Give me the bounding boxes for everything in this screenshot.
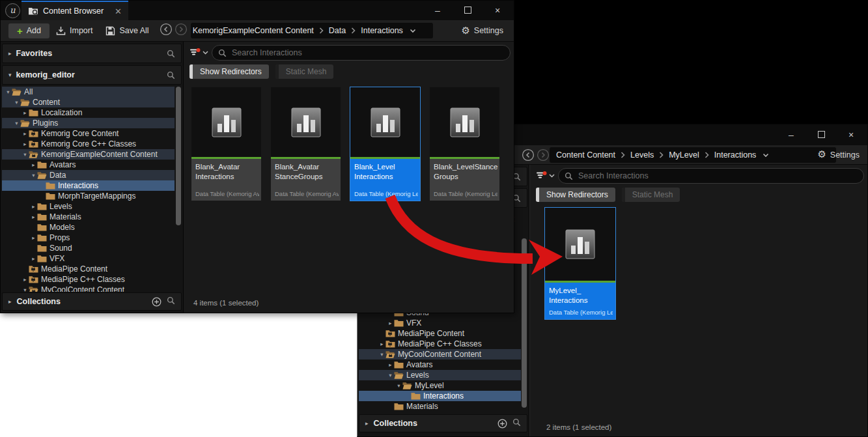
tree-item-data[interactable]: ▾Data [2,170,175,180]
path-dropdown-icon[interactable] [763,153,769,158]
expand-arrow-icon[interactable]: ▸ [387,361,394,368]
asset-tile-blank-avatarinteractions[interactable]: Blank_AvatarInteractionsData Table (Kemo… [191,87,261,201]
tree-item-plugins[interactable]: ▾Plugins [2,118,175,128]
expand-arrow-icon[interactable]: ▾ [21,151,29,158]
search-icon[interactable] [167,49,175,58]
expand-arrow-icon[interactable]: ▾ [387,372,394,378]
search-icon[interactable] [512,417,521,429]
tree-item-localization[interactable]: ▸Localization [2,107,175,118]
add-button[interactable]: + Add [8,23,49,38]
breadcrumb-segment-kemorigexamplecontent-content[interactable]: KemorigExampleContent Content [193,26,314,35]
filter-chip-show-redirectors[interactable]: Show Redirectors [536,188,615,202]
minimize-button[interactable]: – [423,5,453,16]
scrollbar-thumb[interactable] [176,87,181,225]
tree-item-mediapipe-c-classes[interactable]: ▸MediaPipe C++ Classes [359,339,521,349]
breadcrumb-segment-interactions[interactable]: Interactions [361,26,403,35]
expand-arrow-icon[interactable]: ▾ [378,351,385,358]
breadcrumb-segment-interactions[interactable]: Interactions [714,150,757,160]
tree-item-sound[interactable]: Sound [2,243,175,253]
expand-arrow-icon[interactable]: ▾ [5,89,12,95]
expand-arrow-icon[interactable]: ▾ [395,382,402,389]
tree-item-mediapipe-c-classes[interactable]: ▸MediaPipe C++ Classes [2,274,175,285]
collapse-arrow-icon[interactable]: ▾ [8,72,12,78]
settings-button[interactable]: ⚙ Settings [461,26,506,36]
settings-button[interactable]: ⚙ Settings [817,150,860,160]
expand-arrow-icon[interactable]: ▸ [8,50,12,57]
tree-item-kemorigexamplecontent-content[interactable]: ▾KemorigExampleContent Content [2,149,175,160]
close-button[interactable]: × [483,5,512,16]
tree-item-interactions[interactable]: Interactions [359,391,521,401]
back-button[interactable] [522,148,535,164]
tab-close-icon[interactable]: ✕ [115,7,122,16]
search-icon[interactable] [167,296,175,307]
tree-item-interactions[interactable]: Interactions [2,180,175,191]
source-header[interactable]: ▾ kemorig_editor [2,65,182,85]
tree-item-mediapipe-content[interactable]: MediaPipe Content [2,264,175,274]
tree-item-all[interactable]: ▾All [2,87,175,97]
add-collection-button[interactable] [497,419,507,429]
minimize-button[interactable]: – [776,130,806,140]
search-field[interactable] [212,45,511,61]
tree-item-materials[interactable]: Materials [359,401,521,412]
expand-arrow-icon[interactable]: ▸ [30,203,37,210]
import-button[interactable]: Import [49,23,99,38]
tree-item-mycoolcontent-content[interactable]: ▾MyCoolContent Content [359,349,521,359]
maximize-button[interactable] [806,130,836,140]
tree-item-materials[interactable]: ▸Materials [2,212,175,222]
filter-chip-static-mesh[interactable]: Static Mesh [622,188,680,202]
tree-item-mediapipe-content[interactable]: MediaPipe Content [359,328,521,339]
expand-arrow-icon[interactable]: ▸ [21,141,29,147]
collections-header[interactable]: ▸ Collections [359,414,527,432]
breadcrumb-segment-content-content[interactable]: Content Content [556,150,615,160]
tree-item-vfx[interactable]: ▸VFX [2,253,175,264]
close-button[interactable]: × [836,130,866,140]
expand-arrow-icon[interactable]: ▸ [30,255,37,262]
breadcrumb-segment-mylevel[interactable]: MyLevel [669,150,699,160]
forward-button[interactable] [537,148,550,164]
expand-arrow-icon[interactable]: ▸ [365,420,369,427]
titlebar[interactable]: u Content Browser ✕ – × [1,1,514,20]
expand-arrow-icon[interactable]: ▸ [21,276,29,283]
filter-button[interactable] [536,171,555,180]
search-icon[interactable] [167,71,175,79]
tree-item-morphtargetmappings[interactable]: MorphTargetMappings [2,191,175,201]
expand-arrow-icon[interactable]: ▸ [30,214,37,220]
expand-arrow-icon[interactable]: ▾ [30,172,37,178]
expand-arrow-icon[interactable]: ▸ [21,109,29,116]
breadcrumb-segment-data[interactable]: Data [329,26,346,35]
collections-header[interactable]: ▸ Collections [2,292,182,311]
asset-tile-blank-avatarstancegroups[interactable]: Blank_AvatarStanceGroupsData Table (Kemo… [271,87,341,201]
asset-tile-blank-levelinteractions[interactable]: Blank_LevelInteractionsData Table (Kemor… [350,87,420,201]
path-dropdown-icon[interactable] [410,29,416,33]
scrollbar-thumb[interactable] [522,238,527,408]
search-input[interactable] [577,171,858,181]
asset-tile-mylevel-interactions[interactable]: MyLevel_InteractionsData Table (Kemorig … [545,208,615,319]
expand-arrow-icon[interactable]: ▸ [8,298,12,305]
tree-item-content[interactable]: ▾Content [2,97,175,107]
expand-arrow-icon[interactable]: ▾ [13,99,20,106]
tree-item-vfx[interactable]: ▸VFX [359,318,521,328]
search-input[interactable] [231,48,504,58]
filter-chip-show-redirectors[interactable]: Show Redirectors [189,64,269,79]
tree-item-avatars[interactable]: ▸Avatars [359,359,521,370]
back-button[interactable] [160,23,173,38]
tree-item-props[interactable]: ▸Props [2,233,175,243]
tree-item-mylevel[interactable]: ▾MyLevel [359,380,521,391]
forward-button[interactable] [175,23,188,38]
tree-item-avatars[interactable]: ▸Avatars [2,160,175,170]
maximize-button[interactable] [453,5,483,16]
search-field[interactable] [558,168,864,184]
tree-item-levels[interactable]: ▸Levels [2,201,175,212]
expand-arrow-icon[interactable]: ▸ [387,320,394,326]
tree-item-kemorig-core-content[interactable]: ▸Kemorig Core Content [2,128,175,139]
favorites-header[interactable]: ▸ Favorites [2,44,182,63]
tree-item-models[interactable]: Models [2,222,175,233]
expand-arrow-icon[interactable]: ▸ [21,130,29,137]
expand-arrow-icon[interactable]: ▸ [30,234,37,241]
asset-tile-blank-levelstancegroups[interactable]: Blank_LevelStanceGroupsData Table (Kemor… [430,87,499,201]
tree-item-kemorig-core-c-classes[interactable]: ▸Kemorig Core C++ Classes [2,139,175,149]
filter-chip-static-mesh[interactable]: Static Mesh [275,64,334,79]
filter-button[interactable] [189,48,208,57]
add-collection-button[interactable] [152,297,161,307]
expand-arrow-icon[interactable]: ▸ [30,162,37,168]
